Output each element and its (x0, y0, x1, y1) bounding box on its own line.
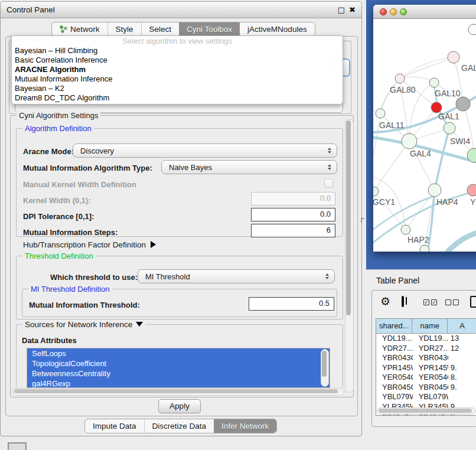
list-item[interactable]: BetweennessCentrality (27, 369, 330, 379)
tab-impute-data-label: Impute Data (93, 422, 136, 431)
node-gal10[interactable] (429, 78, 439, 87)
minimized-panel-icon[interactable] (8, 442, 27, 450)
table-row[interactable]: YPR145WYPR145W9. (376, 363, 476, 373)
tab-style-label: Style (116, 25, 133, 34)
dpi-tolerance-input[interactable]: 0.0 (251, 208, 335, 221)
table-row[interactable]: YBR043CYBR043C (376, 353, 476, 363)
dropdown-item[interactable]: Bayesian – Hill Climbing (12, 46, 343, 56)
tab-jactivemnodules[interactable]: jActiveMNodules (240, 22, 315, 36)
node-label: SWI4 (450, 136, 470, 146)
hub-definition-header[interactable]: Hub/Transcription Factor Definition (23, 240, 156, 249)
export-table-icon[interactable] (470, 296, 476, 308)
node-gal1[interactable] (444, 122, 455, 134)
gear-icon[interactable]: ⚙ (380, 295, 390, 308)
close-window-icon[interactable] (380, 8, 387, 15)
dropdown-item[interactable]: Mutual Information Inference (12, 74, 343, 84)
control-panel-titlebar[interactable]: Control Panel □ ✖ (1, 2, 361, 18)
list-scrollbar-thumb[interactable] (322, 351, 327, 377)
tab-discretize-data[interactable]: Discretize Data (144, 419, 214, 433)
table-row[interactable]: YDR27...YDR27...12 (376, 344, 476, 354)
table-row[interactable]: YBL079WYBL079W (376, 392, 476, 402)
tab-infer-network-label: Infer Network (221, 422, 269, 431)
tab-infer-network[interactable]: Infer Network (214, 419, 276, 433)
node[interactable] (448, 51, 459, 63)
screen: Control Panel □ ✖ Network Style Select C… (0, 0, 476, 450)
dropdown-item-selected[interactable]: ARACNE Algorithm (12, 65, 343, 74)
node-gcy1[interactable] (373, 187, 379, 196)
settings-vertical-scrollbar-thumb[interactable] (346, 120, 351, 315)
mi-steps-input[interactable]: 6 (251, 224, 335, 237)
mi-threshold-input[interactable]: 0.5 (249, 297, 334, 311)
settings-horizontal-scrollbar[interactable] (12, 388, 344, 396)
table-panel-box: ⚙ ✓✓ shared... name A YDL19...YDL19...13… (371, 290, 476, 427)
which-threshold-label: Which threshold to use: (50, 273, 138, 282)
network-view-window[interactable]: GAL80 GAL10 GAL1 GAL11 SWI4 GAL4 GCY1 HA… (373, 5, 476, 252)
deselect-all-columns-icon[interactable] (445, 299, 459, 305)
node[interactable] (468, 24, 476, 35)
hub-definition-label: Hub/Transcription Factor Definition (23, 240, 146, 249)
control-panel-tabbar: Network Style Select Cyni Toolbox jActiv… (51, 22, 315, 37)
close-panel-icon[interactable]: ✖ (349, 5, 356, 14)
column-header[interactable]: shared... (376, 319, 412, 333)
apply-button[interactable]: Apply (158, 399, 201, 413)
node[interactable] (395, 74, 405, 83)
table-row[interactable]: YDL19...YDL19...13 (376, 334, 476, 344)
data-attributes-label: Data Attributes (22, 336, 77, 345)
data-attributes-list[interactable]: SelfLoops TopologicalCoefficient Between… (27, 348, 330, 388)
node-pink[interactable] (467, 184, 476, 196)
network-graph-canvas[interactable]: GAL80 GAL10 GAL1 GAL11 SWI4 GAL4 GCY1 HA… (373, 18, 476, 252)
table-row[interactable]: YER054CYER054C8. (376, 373, 476, 383)
node-gal4[interactable] (402, 133, 417, 149)
list-scrollbar[interactable] (321, 349, 329, 387)
network-window-titlebar[interactable] (373, 5, 476, 19)
node-hap2[interactable] (401, 225, 410, 234)
kernel-width-input[interactable]: 0.0 (251, 192, 335, 206)
node-hap4[interactable] (428, 184, 441, 197)
float-window-icon[interactable]: □ (338, 5, 345, 14)
node-gray[interactable] (456, 97, 470, 111)
minimize-window-icon[interactable] (390, 8, 397, 15)
tab-network[interactable]: Network (52, 22, 107, 36)
collapsed-arrow-icon (151, 241, 156, 248)
dropdown-item[interactable]: Bayesian – K2 (12, 84, 343, 93)
aracne-mode-combo[interactable]: Discovery (73, 144, 337, 158)
mi-threshold-label: Mutual Information Threshold: (29, 301, 140, 309)
zoom-window-icon[interactable] (400, 8, 407, 15)
table-panel-region: Table Panel ⚙ ✓✓ shared... name A YDL19.… (366, 269, 476, 450)
settings-group-title: Cyni Algorithm Settings (17, 111, 100, 120)
node-label: GAL10 (435, 89, 461, 98)
node-label: Y (470, 197, 476, 207)
node[interactable] (420, 245, 429, 252)
panel-resize-handle[interactable] (361, 218, 364, 223)
list-item[interactable]: gal4RGexp (27, 379, 330, 388)
list-item[interactable]: SelfLoops (27, 348, 330, 358)
tab-cyni-toolbox-label: Cyni Toolbox (187, 25, 232, 34)
tab-cyni-toolbox[interactable]: Cyni Toolbox (179, 22, 240, 36)
list-item[interactable]: TopologicalCoefficient (27, 358, 330, 369)
tab-select[interactable]: Select (141, 22, 180, 36)
which-threshold-combo[interactable]: MI Threshold (138, 269, 335, 283)
tab-impute-data[interactable]: Impute Data (85, 419, 144, 433)
settings-vertical-scrollbar[interactable] (345, 119, 354, 393)
algorithm-dropdown-list: Select algorithm to view settings Bayesi… (11, 35, 343, 105)
table-header-row: shared... name A (376, 319, 476, 334)
columns-icon[interactable] (402, 296, 404, 307)
settings-horizontal-scrollbar-thumb[interactable] (14, 389, 338, 393)
node-gal11[interactable] (376, 109, 385, 118)
expanded-arrow-icon (136, 322, 143, 327)
control-panel-window: Control Panel □ ✖ Network Style Select C… (0, 1, 362, 436)
tab-network-label: Network (70, 25, 100, 34)
network-icon (60, 25, 67, 33)
mi-type-combo[interactable]: Naive Bayes (161, 160, 337, 174)
dropdown-item[interactable]: Basic Correlation Inference (12, 56, 343, 65)
select-all-columns-icon[interactable]: ✓✓ (423, 299, 437, 305)
sources-group-title[interactable]: Sources for Network Inference (22, 320, 145, 329)
manual-kernel-checkbox[interactable] (324, 179, 333, 188)
table-row[interactable]: YBR045CYBR045C9. (376, 383, 476, 393)
tab-style[interactable]: Style (107, 22, 141, 36)
table-horizontal-scrollbar-thumb[interactable] (379, 409, 472, 413)
dropdown-item[interactable]: Dream8 DC_TDC Algorithm (12, 93, 343, 103)
column-header[interactable]: name (412, 319, 448, 333)
table-horizontal-scrollbar[interactable] (377, 407, 476, 415)
column-header[interactable]: A (448, 319, 476, 333)
